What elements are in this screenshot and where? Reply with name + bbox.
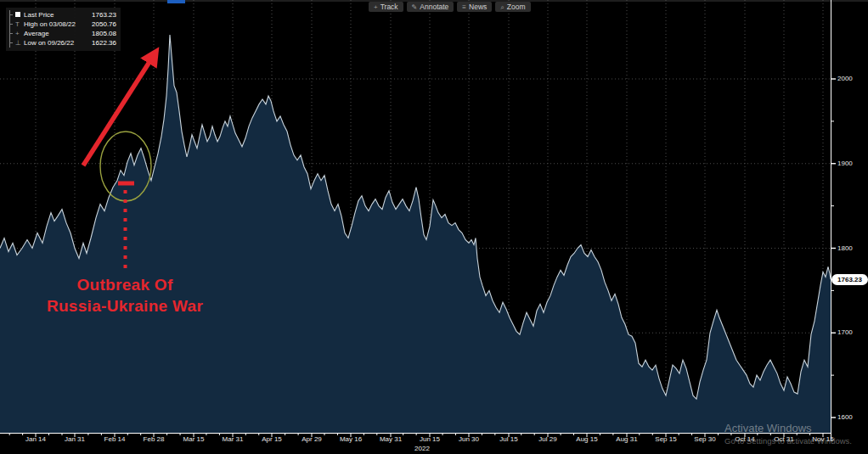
x-tick-label: Mar 15 bbox=[175, 435, 212, 443]
y-tick-label: 1900 bbox=[837, 160, 853, 167]
lines-icon: ≡ bbox=[462, 3, 466, 12]
x-tick-label: Feb 14 bbox=[96, 435, 133, 443]
y-tick-label: 1700 bbox=[837, 328, 853, 336]
legend-label: High on 03/08/22 bbox=[24, 20, 76, 28]
x-tick-label: Jan 31 bbox=[56, 435, 93, 443]
chart-legend: Last Price 1763.23 T High on 03/08/22 20… bbox=[6, 8, 121, 51]
low-tick-icon: ⊥ bbox=[15, 40, 24, 47]
legend-label: Average bbox=[24, 30, 49, 37]
y-tick-label: 1800 bbox=[837, 244, 853, 252]
x-tick-label: Apr 15 bbox=[253, 435, 290, 443]
x-tick-label: Jul 29 bbox=[529, 435, 566, 443]
x-tick-label: Feb 28 bbox=[135, 435, 172, 443]
legend-tree-connector bbox=[9, 38, 15, 48]
x-tick-label: Aug 31 bbox=[608, 435, 645, 443]
annotate-button[interactable]: ✎ Annotate bbox=[407, 2, 454, 12]
legend-row-low[interactable]: ⊥ Low on 09/26/22 1622.36 bbox=[9, 38, 116, 48]
x-tick-label: Sep 15 bbox=[647, 435, 685, 443]
pencil-icon: ✎ bbox=[412, 3, 418, 12]
news-button[interactable]: ≡ News bbox=[457, 2, 492, 12]
news-button-label: News bbox=[469, 3, 487, 12]
legend-value: 1805.08 bbox=[92, 30, 116, 37]
price-series bbox=[0, 35, 831, 433]
legend-value: 1622.36 bbox=[92, 39, 116, 47]
legend-row-high[interactable]: T High on 03/08/22 2050.76 bbox=[9, 20, 116, 29]
red-arrow bbox=[83, 53, 155, 165]
x-tick-label: Jun 15 bbox=[411, 435, 448, 443]
annotation-text-line1: Outbreak Of bbox=[76, 276, 172, 294]
price-area-chart[interactable] bbox=[0, 0, 868, 454]
magnifier-icon: ⌕ bbox=[500, 3, 504, 12]
x-tick-label: Jul 15 bbox=[490, 435, 527, 443]
x-tick-label: May 31 bbox=[372, 435, 409, 443]
x-tick-label: May 16 bbox=[332, 435, 369, 443]
chart-toolbar: + Track ✎ Annotate ≡ News ⌕ Zoom bbox=[369, 2, 531, 12]
legend-row-average[interactable]: + Average 1805.08 bbox=[9, 29, 116, 38]
track-button[interactable]: + Track bbox=[369, 2, 403, 12]
x-tick-label: Oct 14 bbox=[726, 435, 764, 443]
last-price-badge: 1763.23 bbox=[831, 274, 868, 285]
x-tick-label: Aug 15 bbox=[568, 435, 606, 443]
average-cross-icon: + bbox=[15, 31, 24, 37]
legend-value: 2050.76 bbox=[92, 20, 116, 28]
annotate-button-label: Annotate bbox=[420, 3, 448, 12]
high-tick-icon: T bbox=[15, 21, 24, 28]
x-tick-label: Jun 30 bbox=[450, 435, 488, 443]
x-tick-label: Apr 29 bbox=[293, 435, 330, 443]
legend-row-last-price[interactable]: Last Price 1763.23 bbox=[9, 10, 116, 20]
last-price-square-icon bbox=[15, 12, 24, 19]
y-tick-label: 1600 bbox=[837, 413, 853, 421]
x-tick-label: Sep 30 bbox=[686, 435, 724, 443]
y-tick-label: 2000 bbox=[837, 75, 853, 82]
year-label: 2022 bbox=[403, 445, 441, 452]
zoom-button[interactable]: ⌕ Zoom bbox=[495, 2, 530, 12]
x-tick-label: Nov 15 bbox=[804, 435, 842, 443]
track-button-label: Track bbox=[380, 3, 398, 12]
legend-value: 1763.23 bbox=[92, 11, 116, 19]
bloomberg-chart-window: Last Price 1763.23 T High on 03/08/22 20… bbox=[0, 0, 868, 454]
legend-tree-connector bbox=[9, 29, 15, 38]
zoom-button-label: Zoom bbox=[507, 3, 526, 12]
legend-tree-connector bbox=[9, 20, 15, 29]
x-tick-label: Jan 14 bbox=[17, 435, 54, 443]
legend-label: Last Price bbox=[24, 11, 54, 19]
x-tick-label: Mar 31 bbox=[214, 435, 251, 443]
annotation-text-line2: Russia-Ukraine War bbox=[47, 297, 203, 316]
x-tick-label: Oct 31 bbox=[765, 435, 803, 443]
plus-icon: + bbox=[374, 3, 378, 12]
legend-label: Low on 09/26/22 bbox=[24, 39, 74, 47]
legend-tree-connector bbox=[9, 10, 15, 20]
